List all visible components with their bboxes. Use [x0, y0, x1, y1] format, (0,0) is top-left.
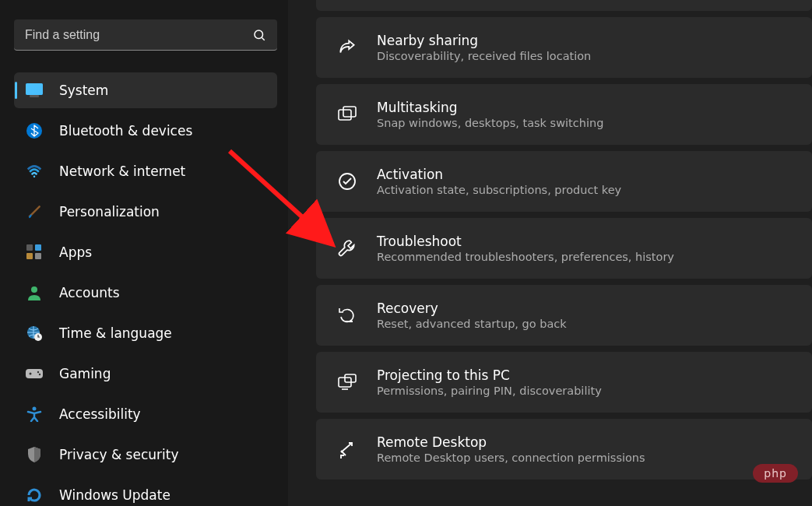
card-subtitle: Permissions, pairing PIN, discoverabilit… [377, 385, 602, 397]
sidebar-item-label: Privacy & security [59, 447, 179, 462]
settings-sidebar: System Bluetooth & devices Network & int… [0, 0, 288, 506]
card-title: Multitasking [377, 100, 603, 115]
card-title: Activation [377, 167, 621, 182]
accessibility-icon [25, 405, 44, 423]
shield-icon [25, 445, 44, 464]
projecting-icon [335, 370, 360, 395]
card-subtitle: Discoverability, received files location [377, 50, 591, 62]
paintbrush-icon [25, 202, 44, 221]
apps-icon [25, 243, 44, 262]
sidebar-item-label: Windows Update [59, 487, 170, 503]
svg-point-14 [30, 373, 32, 375]
card-subtitle: Recommended troubleshooters, preferences… [377, 251, 674, 263]
svg-rect-18 [339, 110, 351, 120]
card-subtitle: Remote Desktop users, connection permiss… [377, 452, 645, 464]
card-troubleshoot[interactable]: Troubleshoot Recommended troubleshooters… [316, 218, 812, 279]
search-input[interactable] [25, 28, 252, 42]
card-recovery[interactable]: Recovery Reset, advanced startup, go bac… [316, 285, 812, 346]
sidebar-item-gaming[interactable]: Gaming [14, 356, 277, 392]
sidebar-item-accounts[interactable]: Accounts [14, 275, 277, 311]
sidebar-item-label: System [59, 83, 108, 98]
sidebar-item-bluetooth[interactable]: Bluetooth & devices [14, 113, 277, 149]
watermark-badge: php [753, 464, 798, 483]
recovery-icon [335, 303, 360, 328]
card-projecting[interactable]: Projecting to this PC Permissions, pairi… [316, 352, 812, 413]
sidebar-item-network[interactable]: Network & internet [14, 153, 277, 189]
sidebar-item-personalization[interactable]: Personalization [14, 194, 277, 230]
checkmark-circle-icon [335, 169, 360, 194]
svg-point-0 [255, 30, 263, 39]
update-icon [25, 486, 44, 504]
sidebar-item-label: Personalization [59, 204, 160, 220]
svg-point-6 [33, 175, 36, 177]
sidebar-item-label: Accounts [59, 285, 120, 300]
sidebar-item-apps[interactable]: Apps [14, 234, 277, 270]
globe-clock-icon [25, 324, 44, 343]
card-title: Remote Desktop [377, 434, 645, 450]
search-icon [252, 28, 266, 42]
remote-desktop-icon [335, 437, 360, 462]
sidebar-item-label: Network & internet [59, 163, 185, 179]
sidebar-item-label: Accessibility [59, 406, 141, 422]
wifi-icon [25, 162, 44, 181]
svg-rect-7 [26, 244, 33, 251]
sidebar-item-accessibility[interactable]: Accessibility [14, 396, 277, 432]
svg-point-17 [33, 407, 37, 411]
svg-rect-9 [26, 253, 33, 259]
sidebar-item-system[interactable]: System [14, 72, 277, 108]
card-remote-desktop[interactable]: Remote Desktop Remote Desktop users, con… [316, 419, 812, 480]
card-subtitle: Snap windows, desktops, task switching [377, 117, 603, 129]
card-title: Projecting to this PC [377, 367, 602, 383]
system-icon [25, 81, 44, 100]
svg-rect-10 [35, 253, 41, 259]
settings-main-panel: Nearby sharing Discoverability, received… [288, 0, 812, 506]
svg-rect-19 [343, 107, 356, 117]
card-subtitle: Reset, advanced startup, go back [377, 318, 567, 330]
card-activation[interactable]: Activation Activation state, subscriptio… [316, 151, 812, 212]
sidebar-item-privacy[interactable]: Privacy & security [14, 437, 277, 473]
card-subtitle: Activation state, subscriptions, product… [377, 184, 621, 196]
person-icon [25, 283, 44, 302]
bluetooth-icon [25, 121, 44, 140]
sidebar-item-windows-update[interactable]: Windows Update [14, 477, 277, 506]
svg-point-15 [37, 371, 39, 373]
svg-rect-4 [30, 95, 39, 97]
share-icon [335, 35, 360, 60]
multitask-icon [335, 102, 360, 127]
card-title: Nearby sharing [377, 33, 591, 48]
settings-search[interactable] [14, 19, 277, 51]
card-nearby-sharing[interactable]: Nearby sharing Discoverability, received… [316, 17, 812, 78]
card-title: Troubleshoot [377, 234, 674, 249]
svg-point-16 [39, 374, 40, 375]
card-partial-top[interactable] [316, 0, 812, 11]
svg-rect-3 [26, 83, 43, 95]
sidebar-item-label: Apps [59, 244, 92, 260]
svg-point-11 [31, 286, 37, 293]
sidebar-item-time-language[interactable]: Time & language [14, 315, 277, 351]
card-title: Recovery [377, 300, 567, 316]
wrench-icon [335, 236, 360, 261]
sidebar-item-label: Time & language [59, 325, 172, 341]
sidebar-item-label: Gaming [59, 366, 111, 381]
sidebar-nav: System Bluetooth & devices Network & int… [14, 72, 277, 506]
sidebar-item-label: Bluetooth & devices [59, 123, 192, 139]
gamepad-icon [25, 364, 44, 383]
svg-rect-8 [35, 244, 41, 251]
svg-line-1 [262, 37, 264, 40]
card-multitasking[interactable]: Multitasking Snap windows, desktops, tas… [316, 84, 812, 145]
